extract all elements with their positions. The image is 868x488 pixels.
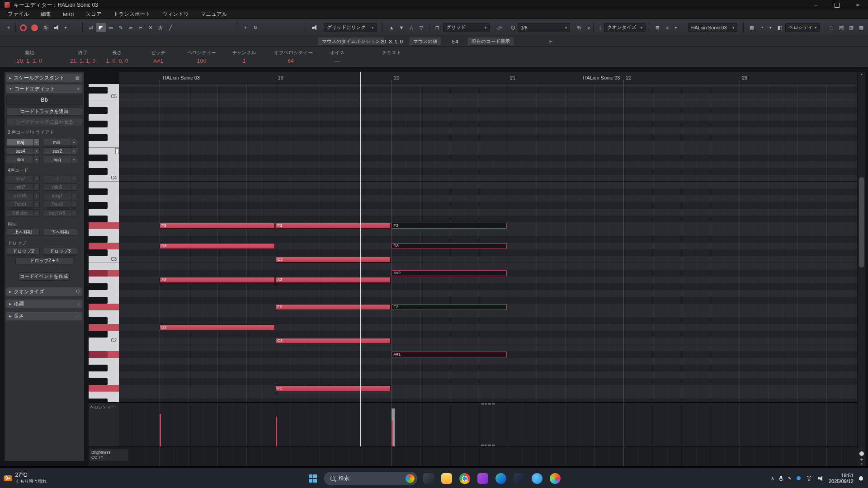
- taskbar-search[interactable]: 検索: [324, 472, 417, 485]
- vertical-scrollbar[interactable]: ▲ ▼: [858, 72, 865, 466]
- zoom-tool-icon[interactable]: ◎: [156, 23, 165, 32]
- apply-quantize-icon[interactable]: %: [574, 23, 584, 32]
- independent-loop-icon[interactable]: ↻: [250, 23, 260, 32]
- controller-lane[interactable]: Brightness CC 74: [89, 446, 865, 466]
- piano-keyboard[interactable]: C5C4C3C2: [89, 84, 119, 402]
- midi-note-F2[interactable]: F2: [276, 304, 391, 310]
- mute-tool-icon[interactable]: ✕: [146, 23, 156, 32]
- chevron-down-icon[interactable]: ▾: [767, 23, 774, 32]
- piano-key-D#2[interactable]: [89, 317, 119, 324]
- quantize-section[interactable]: ▶ クオンタイズ Q: [6, 287, 82, 296]
- range-tool-icon[interactable]: ▭: [106, 23, 116, 32]
- track-select-combo[interactable]: HALion Sonic 03▾: [688, 23, 737, 32]
- menu-score[interactable]: スコア: [80, 11, 107, 18]
- piano-key-A#2[interactable]: [89, 270, 119, 277]
- taskbar-clock[interactable]: 19:51 2025/09/12: [829, 473, 854, 484]
- piano-key-C#5[interactable]: [89, 87, 119, 94]
- piano-key-G#4[interactable]: [89, 121, 119, 127]
- piano-key-A3[interactable]: [89, 195, 119, 202]
- info-field-start[interactable]: 開始20. 1. 1. 0: [13, 50, 46, 64]
- color-mode-icon[interactable]: ◧: [775, 23, 785, 32]
- info-field-length[interactable]: 長さ1. 0. 0. 0: [100, 50, 134, 64]
- piano-key-A4[interactable]: [89, 114, 119, 121]
- piano-key-C5[interactable]: C5: [89, 94, 119, 100]
- velocity-lane[interactable]: [119, 402, 857, 446]
- zoom-plus-button[interactable]: +: [859, 457, 864, 462]
- setup-icon[interactable]: ⌖: [4, 23, 14, 32]
- midi-input-icon[interactable]: ≡: [662, 23, 672, 32]
- info-field-end[interactable]: 終了21. 1. 1. 0: [66, 50, 99, 64]
- phone-link-icon[interactable]: [475, 471, 491, 486]
- scroll-up-icon[interactable]: ▲: [858, 72, 865, 76]
- info-field-channel[interactable]: チャンネル1: [227, 50, 261, 64]
- piano-key-F1[interactable]: [89, 385, 119, 392]
- transpose-down-icon[interactable]: ▽: [416, 23, 426, 32]
- tray-expand-icon[interactable]: ∧: [771, 476, 774, 481]
- drop2-button[interactable]: ドロップ2: [7, 248, 40, 255]
- step-input-icon[interactable]: ≣: [652, 23, 662, 32]
- loop-button[interactable]: ↻: [42, 24, 49, 31]
- midi-note-A#1[interactable]: A#1: [392, 352, 507, 357]
- event-colors-combo[interactable]: ベロシティー▾: [785, 23, 820, 32]
- piano-key-A#1[interactable]: [89, 351, 119, 358]
- piano-key-E4[interactable]: [89, 148, 119, 155]
- maximize-button[interactable]: [826, 0, 847, 10]
- piano-key-E2[interactable]: [89, 310, 119, 317]
- velocity-bar[interactable]: [276, 417, 277, 446]
- transpose-section[interactable]: ▶ 移調 ♪: [6, 300, 82, 308]
- desktop-app-icon[interactable]: [511, 471, 527, 486]
- zoom-dot-button[interactable]: [859, 451, 864, 456]
- info-field-velocity[interactable]: ベロシティー100: [185, 50, 218, 64]
- piano-key-G#2[interactable]: [89, 283, 119, 290]
- midi-note-F3[interactable]: F3: [276, 223, 391, 229]
- soft-quantize-icon[interactable]: e: [584, 23, 594, 32]
- midi-note-A2[interactable]: A2: [160, 277, 275, 283]
- left-zone-icon[interactable]: ▤: [836, 23, 846, 32]
- quantize-q-icon[interactable]: Q: [508, 23, 518, 32]
- length-quantize-combo[interactable]: クオンタイズ▾: [604, 23, 646, 32]
- piano-key-D#4[interactable]: [89, 155, 119, 161]
- velocity-bar[interactable]: [160, 414, 161, 446]
- midi-note-D3[interactable]: D3: [160, 243, 275, 249]
- wifi-icon[interactable]: [806, 476, 813, 481]
- piano-key-C#3[interactable]: [89, 249, 119, 256]
- piano-key-F#2[interactable]: [89, 297, 119, 304]
- midi-note-F1[interactable]: F1: [276, 385, 391, 391]
- note-grid[interactable]: F3F3F3D3D3C3A#2A2A2F2F2D2C2A#1F1: [119, 84, 857, 402]
- audition-caret-icon[interactable]: ▾: [62, 23, 69, 32]
- info-field-pitch[interactable]: ピッチA#1: [142, 50, 175, 64]
- line-tool-icon[interactable]: ╱: [165, 23, 175, 32]
- controller-lane-grid[interactable]: [119, 447, 857, 466]
- piano-key-D4[interactable]: [89, 161, 119, 168]
- piano-key-A#4[interactable]: [89, 107, 119, 114]
- submenu-arrow-icon[interactable]: ▸: [33, 156, 39, 163]
- create-chord-event-button[interactable]: コードイベントを作成: [18, 272, 70, 281]
- midi-note-F3[interactable]: F3: [392, 223, 507, 229]
- chord-min-button[interactable]: min.▸: [43, 139, 77, 146]
- move-down-button[interactable]: 下へ移動: [43, 229, 77, 236]
- piano-key-F#3[interactable]: [89, 216, 119, 222]
- pen-icon[interactable]: ✎: [788, 476, 792, 481]
- piano-key-A#3[interactable]: [89, 188, 119, 195]
- menu-file[interactable]: ファイル: [2, 11, 35, 18]
- submenu-arrow-icon[interactable]: ▸: [71, 139, 77, 145]
- piano-key-G4[interactable]: [89, 127, 119, 134]
- chord-maj-button[interactable]: maj▸: [7, 139, 40, 146]
- drop3-button[interactable]: ドロップ3: [43, 248, 77, 255]
- clock-icon[interactable]: ◔: [757, 23, 767, 32]
- lane-resize-handle[interactable]: [481, 404, 495, 404]
- close-button[interactable]: ✕: [847, 0, 868, 10]
- start-button[interactable]: [309, 474, 317, 483]
- link-to-grid-combo[interactable]: グリッドにリンク▾: [324, 23, 377, 32]
- piano-key-F#4[interactable]: [89, 134, 119, 141]
- draw-tool-icon[interactable]: ✎: [116, 23, 126, 32]
- piano-key-G3[interactable]: [89, 209, 119, 216]
- menu-edit[interactable]: 編集: [35, 11, 57, 18]
- piano-key-D#1[interactable]: [89, 399, 119, 403]
- chord-edit-section[interactable]: ▼ コードエディット ≡: [6, 84, 82, 93]
- submenu-arrow-icon[interactable]: ▸: [71, 156, 77, 163]
- submenu-arrow-icon[interactable]: ▸: [33, 148, 39, 154]
- submenu-arrow-icon[interactable]: ▸: [71, 148, 77, 154]
- midi-note-C3[interactable]: C3: [276, 257, 391, 263]
- record-in-editor-button[interactable]: [31, 24, 38, 31]
